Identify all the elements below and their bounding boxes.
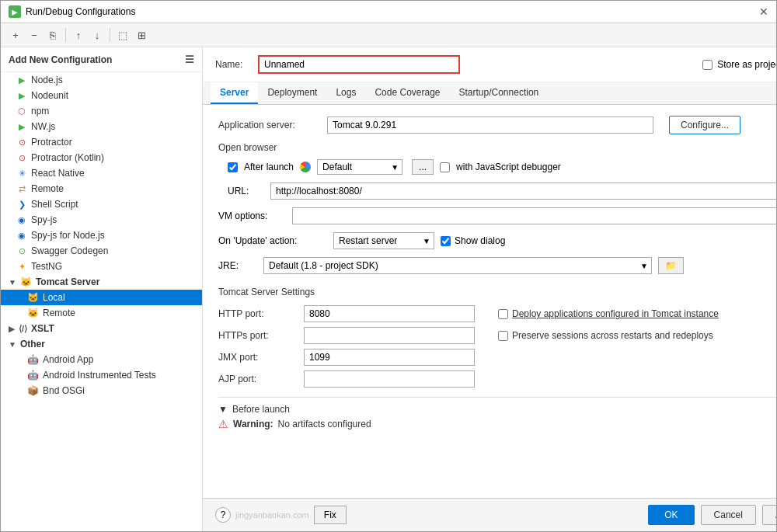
sidebar-item-xslt[interactable]: ▶ ⟨/⟩ XSLT [1, 321, 202, 336]
move-down-button[interactable]: ↓ [89, 26, 106, 43]
configure-button[interactable]: Configure... [669, 116, 740, 134]
warning-icon: ⚠ [218, 418, 228, 430]
ajp-port-input[interactable] [304, 370, 475, 388]
move-up-button[interactable]: ↑ [70, 26, 87, 43]
tab-server[interactable]: Server [211, 82, 258, 104]
sidebar-item-react-native[interactable]: ✳ React Native [1, 165, 202, 181]
sidebar-item-android-app[interactable]: 🤖 Android App [1, 352, 202, 367]
before-launch-title[interactable]: ▼ Before launch [218, 404, 776, 415]
tab-logs[interactable]: Logs [326, 82, 365, 104]
sidebar-item-nwjs[interactable]: ▶ NW.js [1, 119, 202, 134]
tomcat-server-header[interactable]: ▼ 🐱 Tomcat Server [1, 274, 202, 290]
android-app-icon: 🤖 [27, 354, 39, 365]
spy-js-icon: ◉ [16, 215, 27, 225]
sidebar-item-nodeunit[interactable]: ▶ Nodeunit [1, 88, 202, 103]
sidebar-item-local[interactable]: 🐱 Local [1, 290, 202, 305]
vm-options-input[interactable] [292, 207, 776, 224]
preserve-checkbox[interactable] [498, 331, 508, 341]
xslt-icon: ⟨/⟩ [19, 324, 27, 334]
name-row: Name: Store as project file ⚙ [203, 47, 776, 82]
sidebar-item-protractor-kotlin[interactable]: ⊙ Protractor (Kotlin) [1, 150, 202, 165]
on-update-row: On 'Update' action: Restart server ▼ Sho… [218, 232, 776, 249]
filter-button[interactable]: ⊞ [133, 26, 150, 43]
sidebar-item-label: npm [31, 106, 49, 116]
nodejs-icon: ▶ [16, 75, 27, 85]
on-update-select[interactable]: Restart server [333, 232, 434, 249]
sidebar-item-android-instrumented[interactable]: 🤖 Android Instrumented Tests [1, 367, 202, 383]
main-content: Add New Configuration ☰ ▶ Node.js ▶ Node… [1, 47, 776, 531]
ajp-port-label: AJP port: [218, 374, 296, 384]
remove-config-button[interactable]: − [26, 26, 43, 43]
toolbar-separator [65, 28, 66, 42]
sidebar-item-bnd-osgi[interactable]: 📦 Bnd OSGi [1, 383, 202, 398]
preserve-label: Preserve sessions across restarts and re… [512, 330, 713, 341]
after-launch-label: After launch [244, 162, 294, 172]
https-port-input[interactable] [304, 327, 475, 344]
sidebar-item-shell-script[interactable]: ❯ Shell Script [1, 196, 202, 212]
sidebar-item-label: NW.js [31, 121, 55, 132]
ports-grid: HTTP port: Deploy applications configure… [218, 305, 776, 388]
copy-config-button[interactable]: ⎘ [44, 26, 61, 43]
xslt-arrow: ▶ [9, 325, 15, 333]
other-label: Other [20, 339, 45, 349]
sidebar-item-npm[interactable]: ⬡ npm [1, 103, 202, 119]
deploy-label: Deploy applications configured in Tomcat… [512, 308, 719, 319]
jre-label: JRE: [218, 260, 257, 271]
sidebar-item-protractor[interactable]: ⊙ Protractor [1, 134, 202, 150]
title-bar: ▶ Run/Debug Configurations ✕ [1, 1, 776, 23]
react-native-icon: ✳ [16, 169, 27, 179]
javascript-debugger-checkbox[interactable] [440, 162, 450, 172]
deploy-checkbox[interactable] [498, 309, 508, 319]
before-launch-section: ▼ Before launch ⚠ Warning: No artifacts … [218, 397, 776, 433]
android-instrumented-icon: 🤖 [27, 370, 39, 381]
tab-code-coverage[interactable]: Code Coverage [365, 82, 449, 104]
close-button[interactable]: ✕ [759, 5, 768, 18]
toolbar-separator-2 [110, 28, 110, 42]
https-port-label: HTTPs port: [218, 330, 296, 341]
after-launch-checkbox[interactable] [228, 162, 238, 172]
help-button[interactable]: ? [215, 507, 231, 523]
show-dialog-checkbox[interactable] [441, 236, 451, 246]
app-server-select[interactable]: Tomcat 9.0.291 [327, 116, 653, 134]
remote-tomcat-icon: 🐱 [27, 308, 39, 318]
bnd-osgi-icon: 📦 [27, 385, 39, 396]
store-project-checkbox[interactable] [702, 60, 713, 70]
browser-select[interactable]: Default [317, 159, 402, 175]
tab-content-server: Application server: Tomcat 9.0.291 Confi… [203, 105, 776, 498]
ok-button[interactable]: OK [648, 505, 694, 525]
sidebar-item-swagger[interactable]: ⊙ Swagger Codegen [1, 243, 202, 259]
sidebar-item-nodejs[interactable]: ▶ Node.js [1, 72, 202, 88]
sidebar-item-remote[interactable]: ⇄ Remote [1, 181, 202, 196]
shell-script-icon: ❯ [16, 200, 27, 210]
jmx-port-input[interactable] [304, 349, 475, 366]
sidebar-item-label: Android Instrumented Tests [43, 370, 156, 381]
http-port-input[interactable] [304, 305, 475, 322]
other-collapse-arrow: ▼ [9, 340, 16, 349]
other-group-header[interactable]: ▼ Other [1, 336, 202, 352]
sidebar-item-spy-js[interactable]: ◉ Spy-js [1, 212, 202, 228]
watermark-text: jingyanbaokan.com [235, 510, 309, 520]
cancel-button[interactable]: Cancel [701, 505, 756, 525]
warning-text: Warning: [233, 419, 274, 429]
fix-button[interactable]: Fix [314, 506, 347, 524]
sidebar-item-spy-js-node[interactable]: ◉ Spy-js for Node.js [1, 228, 202, 243]
sidebar-item-remote-tomcat[interactable]: 🐱 Remote [1, 305, 202, 321]
tab-startup-connection[interactable]: Startup/Connection [450, 82, 549, 104]
sidebar-item-testng[interactable]: ✦ TestNG [1, 259, 202, 274]
apply-button[interactable]: Apply [762, 505, 776, 525]
more-button[interactable]: ... [412, 159, 434, 175]
chrome-icon [300, 162, 311, 172]
jre-browse-button[interactable]: 📁 [658, 257, 684, 274]
sidebar-filter-icon[interactable]: ☰ [185, 54, 194, 65]
jre-select[interactable]: Default (1.8 - project SDK) [263, 257, 652, 274]
name-input[interactable] [258, 55, 460, 74]
add-config-button[interactable]: + [7, 26, 24, 43]
nwjs-icon: ▶ [16, 122, 27, 132]
url-input[interactable] [270, 183, 776, 200]
tomcat-server-label: Tomcat Server [36, 276, 99, 287]
jmx-port-label: JMX port: [218, 352, 296, 363]
url-label: URL: [228, 186, 270, 196]
protractor-kotlin-icon: ⊙ [16, 153, 27, 163]
sort-button[interactable]: ⬚ [114, 26, 131, 43]
tab-deployment[interactable]: Deployment [258, 82, 326, 104]
